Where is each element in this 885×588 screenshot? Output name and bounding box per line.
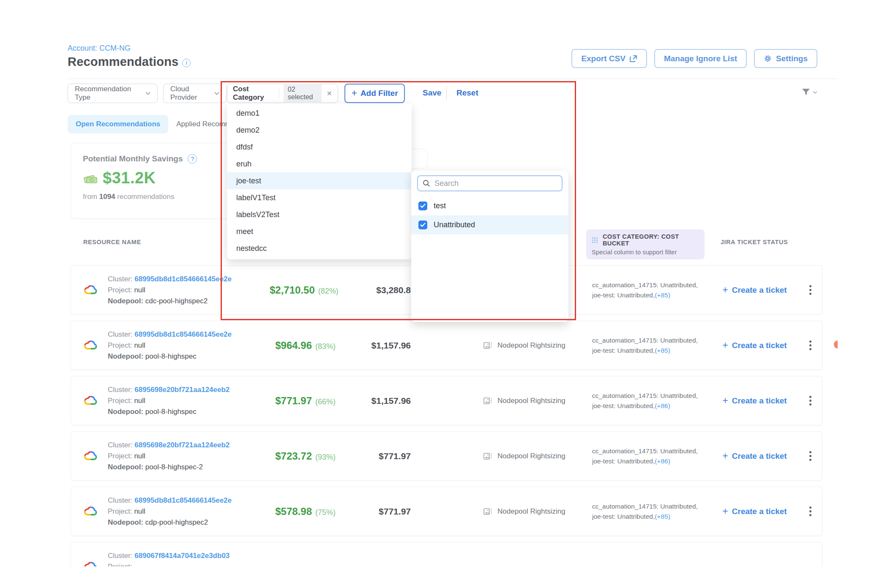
nodepool-rightsizing-icon: [483, 507, 493, 516]
cloud-provider-dropdown[interactable]: Cloud Provider: [163, 84, 227, 103]
close-icon[interactable]: ✕: [327, 90, 332, 98]
cost-category-line2: joe-test: Unattributed,: [592, 457, 655, 465]
funnel-icon: [801, 87, 811, 97]
tab-open-recommendations[interactable]: Open Recommendations: [68, 115, 168, 133]
nodepool-rightsizing-icon: [483, 452, 493, 460]
savings-value: $578.98: [275, 506, 312, 517]
cluster-id-link[interactable]: 689067f8414a7041e2e3db03: [134, 552, 229, 560]
gcp-cloud-icon: [84, 395, 98, 407]
recommendation-type-label: Nodepool Rightsizing: [497, 507, 565, 516]
dropdown-item-dfdsf[interactable]: dfdsf: [227, 139, 412, 155]
recommendation-type-cell: Nodepool Rightsizing: [413, 507, 587, 516]
cost-category-cell: cc_automation_14715: Unattributed, joe-t…: [587, 280, 711, 300]
dropdown-item-nestedcc[interactable]: nestedcc: [227, 240, 412, 257]
save-button[interactable]: Save: [423, 88, 441, 98]
search-input[interactable]: [434, 179, 557, 188]
cluster-id-link[interactable]: 68995db8d1c854666145ee2e: [134, 275, 232, 283]
cost-category-more-link[interactable]: (+86): [655, 457, 670, 465]
monthly-cost-cell: $771.97: [337, 506, 413, 517]
create-ticket-button[interactable]: + Create a ticket: [711, 450, 798, 462]
gcp-cloud-icon: [84, 284, 98, 296]
cluster-label: Cluster:: [108, 275, 133, 283]
create-ticket-button[interactable]: + Create a ticket: [711, 284, 798, 296]
recommendation-type-label: Recommendation Type: [75, 85, 140, 102]
dropdown-item-demo2[interactable]: demo2: [227, 122, 412, 139]
cluster-line: Cluster: 68995db8d1c854666145ee2e: [108, 274, 232, 285]
dropdown-item-joe-test[interactable]: joe-test: [227, 172, 412, 189]
project-line: Project: null: [108, 506, 232, 517]
reset-button[interactable]: Reset: [456, 88, 478, 98]
create-ticket-label: Create a ticket: [732, 452, 787, 461]
create-ticket-button[interactable]: + Create a ticket: [711, 395, 798, 406]
gear-icon: [764, 54, 772, 63]
settings-label: Settings: [776, 54, 808, 63]
plus-icon: +: [722, 395, 728, 406]
row-menu-kebab-icon[interactable]: [798, 451, 823, 461]
cost-category-line2: joe-test: Unattributed,: [592, 347, 655, 354]
cost-category-line2: joe-test: Unattributed,: [592, 291, 655, 299]
dropdown-item-eruh[interactable]: eruh: [227, 155, 412, 172]
checkbox-checked-icon[interactable]: [418, 201, 427, 210]
monthly-savings-cell: $2,710.50(82%): [270, 284, 337, 296]
cost-category-more-link[interactable]: (+85): [655, 347, 670, 354]
cost-category-line1: cc_automation_14715: Unattributed,: [592, 501, 711, 512]
nodepool-line: Nodepool: pool-8-highspec-2: [108, 462, 229, 473]
manage-ignore-list-button[interactable]: Manage Ignore List: [654, 49, 747, 68]
cost-category-cell: cc_automation_14715: Unattributed, joe-t…: [587, 391, 711, 411]
dropdown-item-labelV1Test[interactable]: labelV1Test: [227, 189, 412, 206]
nodepool-label: Nodepool:: [108, 297, 143, 305]
add-filter-button[interactable]: + Add Filter: [344, 84, 405, 103]
export-csv-button[interactable]: Export CSV: [571, 49, 647, 68]
nodepool-label: Nodepool:: [108, 518, 143, 526]
row-menu-kebab-icon[interactable]: [798, 285, 823, 295]
cluster-id-link[interactable]: 6895698e20bf721aa124eeb2: [134, 386, 229, 394]
cost-category-filter-chip[interactable]: Cost Category 02 selected ✕: [227, 84, 338, 103]
cost-category-line1: cc_automation_14715: Unattributed,: [592, 446, 711, 456]
table-row: Cluster: 6895698e20bf721aa124eeb2 Projec…: [71, 431, 822, 481]
create-ticket-button[interactable]: + Create a ticket: [711, 340, 798, 351]
cost-category-more-link[interactable]: (+86): [655, 402, 670, 409]
cluster-id-link[interactable]: 68995db8d1c854666145ee2e: [134, 330, 232, 338]
recommendation-type-label: Nodepool Rightsizing: [497, 341, 565, 350]
cluster-id-link[interactable]: 6895698e20bf721aa124eeb2: [134, 441, 229, 449]
filter-funnel-button[interactable]: [801, 87, 817, 97]
cost-category-line2: joe-test: Unattributed,: [592, 402, 655, 409]
export-csv-label: Export CSV: [581, 54, 626, 63]
nodepool-rightsizing-icon: [483, 341, 493, 350]
recommendation-type-dropdown[interactable]: Recommendation Type: [68, 84, 158, 103]
savings-subtitle: from 1094 recommendations: [83, 193, 244, 201]
search-icon: [423, 180, 430, 187]
savings-percent: (82%): [318, 287, 339, 295]
account-breadcrumb[interactable]: Account: CCM-NG: [68, 44, 131, 53]
row-menu-kebab-icon[interactable]: [798, 506, 823, 516]
column-header-jira-ticket-status[interactable]: JIRA TICKET STATUS: [711, 229, 798, 245]
checkbox-checked-icon[interactable]: [418, 220, 427, 229]
nodepool-value: pool-8-highspec: [145, 352, 197, 360]
info-icon[interactable]: i: [182, 59, 191, 67]
bucket-option-unattributed[interactable]: Unattributed: [411, 215, 568, 234]
cost-category-cell: cc_automation_14715: Unattributed, joe-t…: [587, 335, 711, 356]
savings-value: $964.96: [275, 340, 312, 351]
cost-category-more-link[interactable]: (+85): [655, 291, 670, 299]
project-label: Project:: [108, 397, 132, 405]
add-filter-label: Add Filter: [361, 89, 398, 98]
create-ticket-button[interactable]: + Create a ticket: [711, 506, 798, 517]
cluster-id-link[interactable]: 68995db8d1c854666145ee2e: [134, 496, 232, 504]
manage-ignore-list-label: Manage Ignore List: [664, 54, 737, 63]
dropdown-item-labelsV2Test[interactable]: labelsV2Test: [227, 206, 412, 223]
dropdown-item-demo1[interactable]: demo1: [227, 105, 412, 122]
cost-category-more-link[interactable]: (+85): [655, 513, 670, 520]
cost-category-line2: joe-test: Unattributed,: [592, 513, 655, 520]
settings-button[interactable]: Settings: [754, 49, 817, 68]
nodepool-label: Nodepool:: [108, 408, 143, 416]
help-icon[interactable]: ?: [188, 154, 197, 163]
row-menu-kebab-icon[interactable]: [798, 340, 823, 350]
column-header-cost-category[interactable]: COST CATEGORY: COST BUCKET Special colum…: [586, 229, 705, 259]
row-menu-kebab-icon[interactable]: [798, 396, 823, 406]
savings-value: $2,710.50: [270, 284, 315, 296]
cluster-line: Cluster: 68995db8d1c854666145ee2e: [108, 329, 232, 340]
gcp-cloud-icon: [84, 450, 98, 462]
dropdown-item-meet[interactable]: meet: [227, 223, 412, 240]
recommendation-type-label: Nodepool Rightsizing: [497, 397, 565, 405]
bucket-option-test[interactable]: test: [411, 196, 568, 215]
